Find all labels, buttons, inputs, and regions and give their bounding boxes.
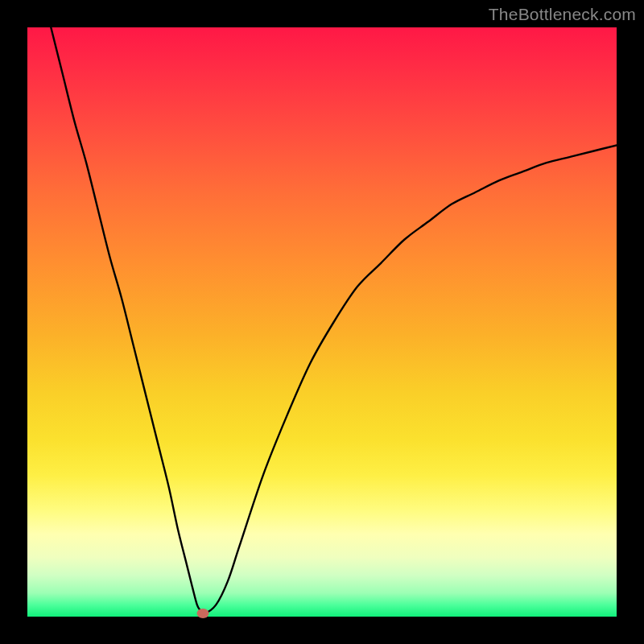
chart-frame: TheBottleneck.com <box>0 0 644 644</box>
bottleneck-dot <box>197 609 209 618</box>
watermark-text: TheBottleneck.com <box>489 5 636 24</box>
plot-area <box>27 27 617 617</box>
bottleneck-curve <box>27 27 617 617</box>
